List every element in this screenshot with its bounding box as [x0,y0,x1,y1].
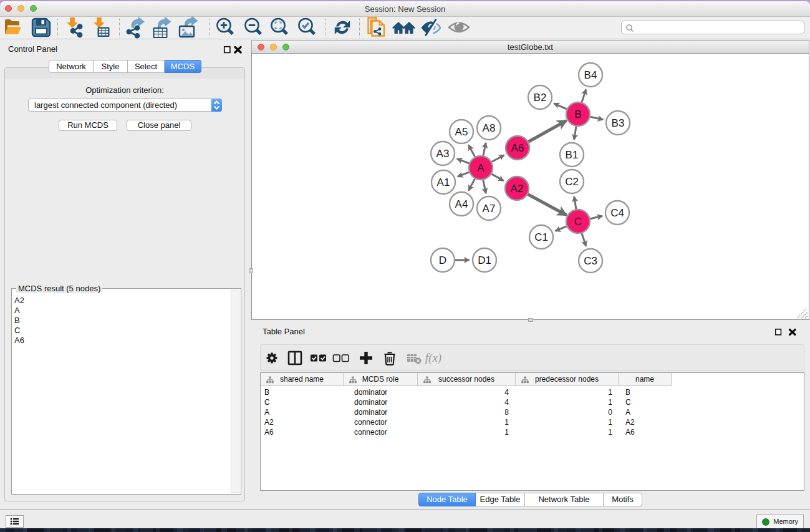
svg-text:A3: A3 [436,148,450,160]
svg-text:B3: B3 [612,117,625,129]
svg-text:B2: B2 [534,92,547,104]
svg-text:A2: A2 [511,183,524,195]
svg-text:A8: A8 [483,122,496,134]
svg-text:C1: C1 [534,231,548,243]
svg-text:f(x): f(x) [425,351,441,365]
svg-text:A: A [477,162,485,174]
svg-text:A7: A7 [483,203,496,215]
svg-text:A1: A1 [437,177,450,188]
svg-text:A4: A4 [455,198,468,210]
svg-text:B: B [574,109,581,120]
svg-text:D: D [439,254,446,266]
svg-text:C3: C3 [584,255,597,267]
svg-text:B1: B1 [566,149,579,161]
svg-text:C: C [574,216,582,228]
svg-text:C2: C2 [565,176,579,188]
svg-text:C4: C4 [610,207,624,219]
svg-text:A5: A5 [455,126,468,138]
svg-text:D1: D1 [478,254,491,266]
svg-text:B4: B4 [584,69,597,81]
svg-text:A6: A6 [511,142,524,154]
